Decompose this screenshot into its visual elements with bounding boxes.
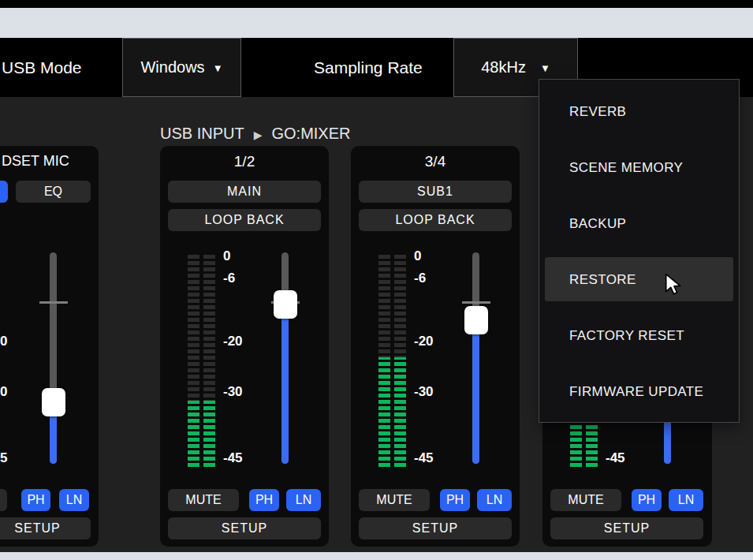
level-meter-left <box>378 252 390 467</box>
line-button[interactable]: LN <box>477 489 512 511</box>
menu-item-label: REVERB <box>569 104 626 120</box>
menu-item-firmware-update[interactable]: FIRMWARE UPDATE <box>539 364 739 420</box>
gomixer-label: GO:MIXER <box>271 125 350 143</box>
phones-button[interactable]: PH <box>249 489 279 511</box>
fader-handle[interactable] <box>464 306 488 334</box>
meter-scale-label: -6 <box>223 271 235 286</box>
meter-scale-label: -30 <box>223 384 243 400</box>
meter-scale-label: -6 <box>414 271 426 286</box>
meter-scale-label: -20 <box>414 334 434 349</box>
fader-handle[interactable] <box>274 290 297 319</box>
menu-item-reverb[interactable]: REVERB <box>539 84 739 140</box>
level-meters <box>378 252 407 467</box>
menu-item-label: RESTORE <box>569 272 636 288</box>
top-black-strip <box>0 0 753 8</box>
usb-mode-value: Windows <box>140 58 204 77</box>
setup-button[interactable]: SETUP <box>0 517 91 539</box>
volume-fader[interactable] <box>39 252 68 464</box>
meter-scale-label: -45 <box>414 450 434 466</box>
channel-strip-1-2: 1/2 MAIN LOOP BACK 0 -6 -20 -30 -45 MUTE… <box>160 146 329 547</box>
usb-input-label: USB INPUT <box>160 125 244 143</box>
line-button[interactable]: LN <box>59 489 89 511</box>
level-meter-right <box>394 252 406 467</box>
meter-scale-label: 0 <box>414 248 421 264</box>
menu-item-factory-reset[interactable]: FACTORY RESET <box>539 308 739 364</box>
meter-scale-label: -20 <box>223 334 243 349</box>
menu-item-restore[interactable]: RESTORE <box>539 252 739 308</box>
menu-item-label: FACTORY RESET <box>569 328 684 344</box>
level-meter-left <box>188 252 199 467</box>
usb-mode-label: USB Mode <box>2 38 82 97</box>
sampling-rate-value: 48kHz <box>481 58 526 77</box>
volume-fader[interactable] <box>462 252 490 464</box>
bus-button[interactable]: MAIN <box>168 181 321 203</box>
line-button[interactable]: LN <box>669 489 703 511</box>
fader-unity-marker <box>39 301 68 304</box>
meter-scale-label: 0 <box>0 334 7 349</box>
mute-button[interactable]: MUTE <box>359 489 430 511</box>
phones-button[interactable]: PH <box>632 489 662 511</box>
setup-button[interactable]: SETUP <box>550 517 703 539</box>
menu-item-label: FIRMWARE UPDATE <box>569 384 703 400</box>
channel-strip-headset-mic: DSET MIC EQ 0 0 5 PH LN SETUP <box>0 146 99 547</box>
app-dropdown-menu: REVERB SCENE MEMORY BACKUP RESTORE FACTO… <box>539 79 740 423</box>
loopback-button[interactable]: LOOP BACK <box>359 209 512 231</box>
level-meters <box>188 252 216 467</box>
setup-button[interactable]: SETUP <box>168 517 321 539</box>
level-meter-right <box>203 252 215 467</box>
channel-name: DSET MIC <box>2 153 69 170</box>
mute-button[interactable]: MUTE <box>168 489 239 511</box>
loopback-button[interactable]: LOOP BACK <box>168 209 321 231</box>
phones-button[interactable]: PH <box>21 489 50 511</box>
play-icon: ▶ <box>254 129 263 141</box>
meter-scale-label: -45 <box>606 450 625 466</box>
fader-fill <box>50 412 57 464</box>
phones-button[interactable]: PH <box>440 489 470 511</box>
partial-blue-button[interactable] <box>0 181 8 203</box>
sampling-rate-label: Sampling Rate <box>314 38 423 97</box>
meter-scale-label: 5 <box>0 450 7 466</box>
meter-scale-label: 0 <box>0 384 7 400</box>
channel-title: 3/4 <box>351 153 520 170</box>
app-window: USB Mode Windows ▼ Sampling Rate 48kHz ▼… <box>0 0 753 560</box>
chevron-down-icon: ▼ <box>213 62 223 74</box>
meter-scale-label: -30 <box>414 384 434 400</box>
line-button[interactable]: LN <box>286 489 321 511</box>
channel-title: 1/2 <box>160 153 329 170</box>
meter-scale-label: -45 <box>223 450 243 466</box>
menu-item-label: BACKUP <box>569 216 626 232</box>
eq-button[interactable]: EQ <box>16 181 91 203</box>
bus-button[interactable]: SUB1 <box>359 181 512 203</box>
fader-fill <box>472 330 479 464</box>
fader-handle[interactable] <box>42 388 65 416</box>
volume-fader[interactable] <box>271 252 300 464</box>
partial-mute-button[interactable] <box>0 489 7 511</box>
menu-item-backup[interactable]: BACKUP <box>539 196 739 252</box>
channel-strip-3-4: 3/4 SUB1 LOOP BACK 0 -6 -20 -30 -45 MUTE… <box>351 146 520 547</box>
setup-button[interactable]: SETUP <box>359 517 512 539</box>
section-header: USB INPUT ▶ GO:MIXER <box>160 125 350 143</box>
fader-unity-marker <box>462 301 490 304</box>
menu-item-label: SCENE MEMORY <box>569 160 683 176</box>
chevron-down-icon: ▼ <box>540 62 550 74</box>
usb-mode-select[interactable]: Windows ▼ <box>122 38 241 97</box>
meter-scale-label: 0 <box>223 248 230 264</box>
mute-button[interactable]: MUTE <box>550 489 621 511</box>
menu-item-scene-memory[interactable]: SCENE MEMORY <box>539 140 739 196</box>
fader-fill <box>281 314 289 464</box>
